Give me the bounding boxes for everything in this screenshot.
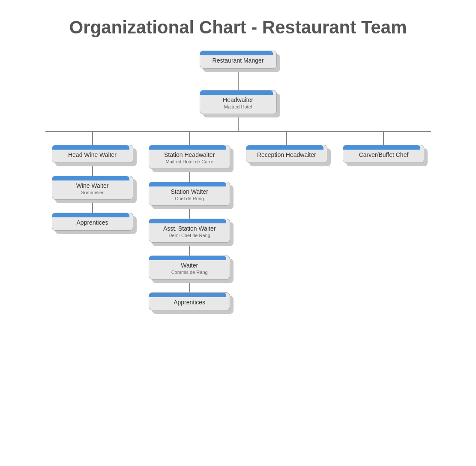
node-headwaiter: Headwaiter Maitred Hotel — [200, 90, 277, 114]
col-head-wine-waiter: Head Wine Waiter Wine Waiter Sommelier A… — [45, 132, 140, 231]
page-title: Organizational Chart - Restaurant Team — [9, 17, 467, 38]
node-restaurant-manager: Restaurant Manger — [200, 51, 277, 69]
col-station-headwaiter: Station Headwaiter Maitred Hotel de Carr… — [142, 132, 237, 310]
level2-row: Head Wine Waiter Wine Waiter Sommelier A… — [45, 132, 431, 310]
org-chart: Restaurant Manger Headwaiter Maitred Hot… — [11, 51, 465, 310]
col-carver-buffet: Carver/Buffet Chef — [336, 132, 431, 163]
hbar-level2 — [45, 131, 431, 132]
col-reception-headwaiter: Reception Headwaiter — [239, 132, 334, 163]
